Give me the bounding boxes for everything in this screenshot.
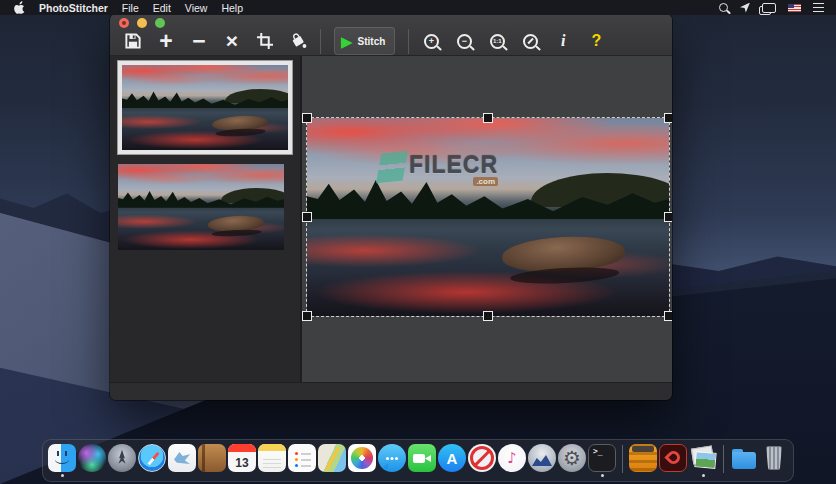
zoom-out-button[interactable]: − bbox=[455, 29, 473, 53]
photostitcher-app-icon bbox=[689, 444, 717, 472]
delete-all-button[interactable]: × bbox=[223, 29, 241, 53]
dock-item-photostitcher[interactable] bbox=[688, 443, 718, 477]
siri-icon bbox=[78, 444, 106, 472]
dock-item-photos[interactable] bbox=[347, 443, 377, 477]
finder-icon bbox=[48, 444, 76, 472]
trash-icon bbox=[760, 444, 788, 472]
selection-handle-top-left[interactable] bbox=[302, 113, 312, 123]
zoom-actual-size-button[interactable]: 1:1 bbox=[488, 29, 506, 53]
dock-item-downloads-folder[interactable] bbox=[729, 443, 759, 477]
dock-item-contacts[interactable] bbox=[197, 443, 227, 477]
dock-item-app-store[interactable]: A bbox=[437, 443, 467, 477]
screen-mirroring-icon[interactable] bbox=[762, 3, 776, 13]
thumbnail-photo-1-selected[interactable] bbox=[117, 60, 293, 155]
menubar-app-name[interactable]: PhotoStitcher bbox=[39, 2, 108, 14]
selection-handle-bottom-center[interactable] bbox=[483, 311, 493, 321]
dock-item-reminders[interactable] bbox=[287, 443, 317, 477]
zoom-in-button[interactable]: + bbox=[422, 29, 440, 53]
apple-icon bbox=[14, 1, 25, 14]
launchpad-icon bbox=[108, 444, 136, 472]
dock-item-facetime[interactable] bbox=[407, 443, 437, 477]
dock-item-blocked-app[interactable] bbox=[467, 443, 497, 477]
info-button[interactable]: i bbox=[554, 29, 572, 53]
menu-bar: PhotoStitcher File Edit View Help bbox=[0, 0, 836, 15]
dock-item-safari[interactable] bbox=[137, 443, 167, 477]
location-arrow-icon[interactable] bbox=[740, 3, 750, 13]
calendar-icon: 13 bbox=[228, 444, 256, 472]
archiver-icon bbox=[629, 444, 657, 472]
dock-item-notes[interactable] bbox=[257, 443, 287, 477]
paint-bucket-icon bbox=[290, 33, 307, 49]
menu-help[interactable]: Help bbox=[221, 2, 243, 14]
photos-icon bbox=[348, 444, 376, 472]
save-button[interactable] bbox=[124, 29, 142, 53]
selection-handle-bottom-right[interactable] bbox=[664, 311, 672, 321]
dock-item-itunes[interactable]: ♪ bbox=[497, 443, 527, 477]
toolbar-separator bbox=[408, 29, 409, 54]
selection-handle-middle-left[interactable] bbox=[302, 212, 312, 222]
running-indicator bbox=[702, 474, 705, 477]
selection-handle-top-center[interactable] bbox=[483, 113, 493, 123]
adobe-acrobat-icon bbox=[659, 444, 687, 472]
reminders-icon bbox=[288, 444, 316, 472]
dock-separator bbox=[622, 445, 623, 473]
apple-menu[interactable] bbox=[14, 1, 25, 14]
folder-icon bbox=[730, 444, 758, 472]
dock-item-trash[interactable] bbox=[759, 443, 789, 477]
dock-item-terminal[interactable]: >_ bbox=[587, 443, 617, 477]
stitch-button[interactable]: ▶ Stitch bbox=[334, 27, 395, 55]
magnifier-fit-icon bbox=[523, 34, 538, 49]
dock-item-mail[interactable] bbox=[167, 443, 197, 477]
menu-edit[interactable]: Edit bbox=[153, 2, 171, 14]
music-note-glyph: ♪ bbox=[507, 451, 517, 466]
selection-handle-middle-right[interactable] bbox=[664, 212, 672, 222]
running-indicator bbox=[601, 474, 604, 477]
fill-button[interactable] bbox=[289, 29, 307, 53]
remove-image-button[interactable]: − bbox=[190, 29, 208, 53]
thumbnail-sidebar bbox=[110, 56, 302, 382]
crop-button[interactable] bbox=[256, 29, 274, 53]
running-indicator bbox=[61, 474, 64, 477]
stitch-button-label: Stitch bbox=[358, 36, 386, 47]
selection-handle-top-right[interactable] bbox=[664, 113, 672, 123]
play-icon: ▶ bbox=[341, 34, 353, 49]
menu-file[interactable]: File bbox=[122, 2, 139, 14]
facetime-icon bbox=[408, 444, 436, 472]
dock-item-archiver[interactable] bbox=[628, 443, 658, 477]
prohibition-icon bbox=[468, 444, 496, 472]
itunes-icon: ♪ bbox=[498, 444, 526, 472]
spotlight-search-icon[interactable] bbox=[719, 3, 728, 12]
watermark: FILECR .com bbox=[379, 152, 498, 186]
stitched-image-selection[interactable]: FILECR .com bbox=[307, 118, 669, 316]
desktop-screen: PhotoStitcher File Edit View Help bbox=[0, 0, 836, 484]
dock-separator bbox=[723, 445, 724, 473]
safari-icon bbox=[138, 444, 166, 472]
dock-item-acrobat[interactable] bbox=[658, 443, 688, 477]
terminal-prompt-glyph: >_ bbox=[589, 445, 603, 456]
add-image-button[interactable]: + bbox=[157, 29, 175, 53]
zoom-fit-button[interactable] bbox=[521, 29, 539, 53]
thumbnail-photo-2-image bbox=[118, 164, 284, 250]
photostitcher-window: + − × bbox=[110, 14, 672, 400]
maps-icon bbox=[318, 444, 346, 472]
magnifier-plus-icon: + bbox=[424, 34, 439, 49]
menu-view[interactable]: View bbox=[185, 2, 208, 14]
window-status-bar bbox=[110, 382, 672, 400]
gear-glyph: ⚙ bbox=[563, 448, 581, 468]
dock-item-siri[interactable] bbox=[77, 443, 107, 477]
dock-item-messages[interactable] bbox=[377, 443, 407, 477]
dock: 13 A ♪ ⚙ >_ bbox=[42, 439, 794, 482]
terminal-icon: >_ bbox=[588, 444, 616, 472]
dock-item-finder[interactable] bbox=[47, 443, 77, 477]
dock-item-system-preferences[interactable]: ⚙ bbox=[557, 443, 587, 477]
stitch-canvas[interactable]: FILECR .com bbox=[302, 56, 672, 382]
dock-item-stats[interactable] bbox=[527, 443, 557, 477]
menu-list-icon[interactable] bbox=[813, 3, 824, 12]
selection-handle-bottom-left[interactable] bbox=[302, 311, 312, 321]
help-button[interactable]: ? bbox=[587, 29, 605, 53]
thumbnail-photo-2[interactable] bbox=[118, 164, 284, 250]
dock-item-maps[interactable] bbox=[317, 443, 347, 477]
us-flag-input-icon[interactable] bbox=[788, 4, 801, 12]
dock-item-launchpad[interactable] bbox=[107, 443, 137, 477]
dock-item-calendar[interactable]: 13 bbox=[227, 443, 257, 477]
